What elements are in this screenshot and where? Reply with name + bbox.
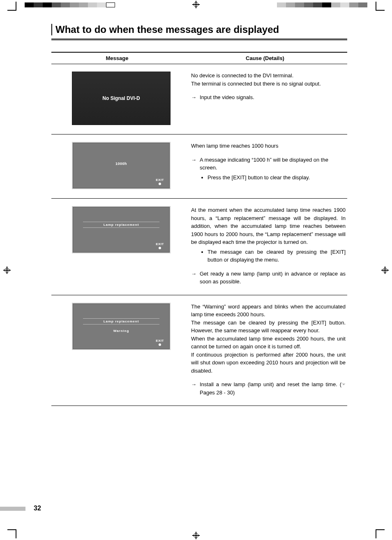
th-cause: Cause (Details) — [183, 55, 347, 61]
crop-mark — [376, 2, 386, 12]
cause-text: When lamp time reaches 1000 hours — [191, 142, 346, 150]
screen-warning-text: Warning — [73, 329, 170, 333]
page-number-bar — [0, 507, 25, 511]
table-row: Lamp replacement EXIT At the moment when… — [51, 199, 347, 295]
action-text: Get ready a new lamp (lamp unit) in adva… — [200, 270, 346, 286]
crop-mark — [6, 528, 16, 538]
action-text: A message indicating “1000 h” will be di… — [200, 156, 346, 172]
table-row: Lamp replacement Warning EXIT The “Warni… — [51, 295, 347, 406]
exit-dot-icon — [159, 247, 161, 249]
title-rule — [51, 39, 347, 40]
message-screen-1000h: 1000h EXIT — [72, 142, 171, 189]
th-message: Message — [51, 55, 183, 61]
message-screen-no-signal: No Signal DVI-D — [72, 72, 171, 125]
message-screen-lamp-warning: Lamp replacement Warning EXIT — [72, 303, 171, 350]
screen-text: No Signal DVI-D — [102, 95, 140, 101]
print-marks-top — [0, 0, 392, 12]
cause-text: The message can be cleared by pressing t… — [191, 319, 346, 335]
page-content: What to do when these messages are displ… — [51, 16, 347, 406]
print-marks-bottom — [0, 528, 392, 540]
exit-label: EXIT — [156, 242, 164, 249]
registration-mark-icon — [3, 267, 11, 274]
arrow-icon: → — [191, 93, 196, 102]
arrow-icon: → — [191, 270, 196, 286]
cause-text: If continuous projection is performed af… — [191, 351, 346, 375]
arrow-icon: → — [191, 156, 196, 172]
exit-dot-icon — [159, 183, 161, 185]
page-number: 32 — [34, 505, 41, 512]
table-row: 1000h EXIT When lamp time reaches 1000 h… — [51, 134, 347, 199]
color-bar — [277, 2, 367, 7]
registration-mark-icon — [381, 267, 389, 274]
cause-text: The terminal is connected but there is n… — [191, 80, 346, 88]
action-text: Input the video signals. — [200, 93, 254, 102]
exit-text: EXIT — [156, 242, 164, 246]
exit-text: EXIT — [156, 178, 164, 182]
registration-mark-icon — [192, 532, 200, 539]
cause-text: No device is connected to the DVI termin… — [191, 72, 346, 80]
arrow-icon: → — [191, 380, 196, 396]
registration-mark-icon — [192, 1, 200, 8]
exit-text: EXIT — [156, 339, 164, 343]
screen-text: Lamp replacement — [83, 318, 159, 324]
color-bar — [25, 2, 115, 7]
title-wrap: What to do when these messages are displ… — [51, 24, 347, 35]
screen-text: 1000h — [73, 162, 170, 166]
bullet-text: Press the [EXIT] button to clear the dis… — [208, 174, 346, 182]
reference-icon: ☞ — [341, 382, 346, 387]
screen-text: Lamp replacement — [83, 222, 159, 228]
reference-text: Pages 28 - 30) — [200, 389, 235, 396]
crop-mark — [6, 2, 16, 12]
action-main: Install a new lamp (lamp unit) and reset… — [200, 381, 337, 387]
cause-text: The “Warning” word appears and blinks wh… — [191, 303, 346, 319]
page-title: What to do when these messages are displ… — [55, 24, 347, 35]
table-row: No Signal DVI-D No device is connected t… — [51, 64, 347, 134]
crop-mark — [376, 528, 386, 538]
message-screen-lamp-replacement: Lamp replacement EXIT — [72, 206, 171, 253]
cause-text: When the accumulated lamp time exceeds 2… — [191, 335, 346, 351]
exit-dot-icon — [159, 343, 161, 346]
action-text: Install a new lamp (lamp unit) and reset… — [200, 380, 346, 396]
exit-label: EXIT — [156, 339, 164, 346]
cause-text: At the moment when the accumulated lamp … — [191, 206, 346, 246]
table-header: Message Cause (Details) — [51, 52, 347, 64]
bullet-text: The message can be cleared by pressing t… — [208, 248, 346, 264]
exit-label: EXIT — [156, 178, 164, 185]
